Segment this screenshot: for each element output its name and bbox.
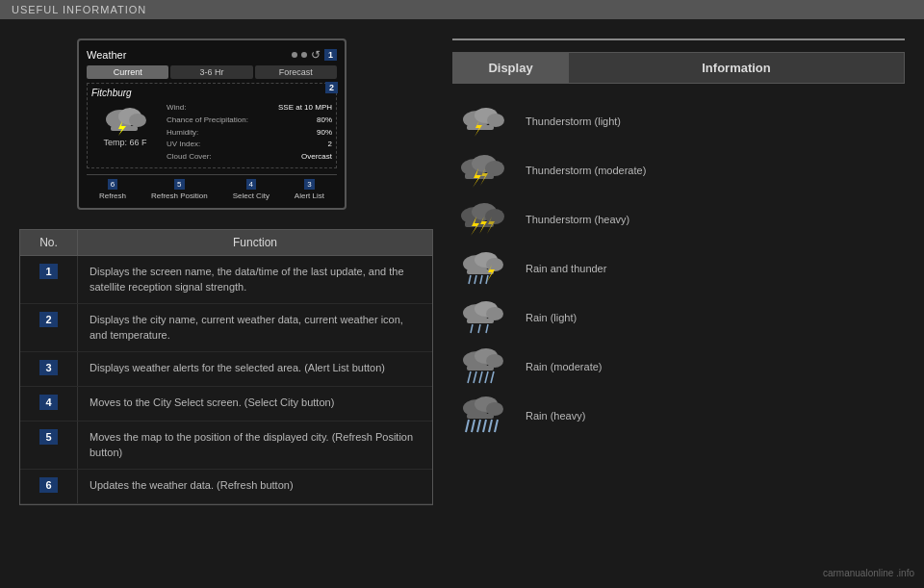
select-city-btn[interactable]: Select City	[233, 192, 270, 200]
row-badge-5: 5	[39, 429, 57, 445]
svg-rect-42	[467, 366, 494, 371]
svg-line-38	[486, 324, 488, 333]
svg-point-2	[129, 114, 146, 127]
signal-icon	[292, 52, 297, 58]
svg-line-46	[485, 371, 488, 383]
row-text-5: Moves the map to the position of the dis…	[78, 422, 432, 469]
svg-line-53	[472, 420, 475, 432]
tab-current[interactable]: Current	[87, 65, 168, 79]
row-text-4: Moves to the City Select screen. (Select…	[78, 387, 432, 421]
svg-point-50	[486, 402, 503, 416]
badge-3: 3	[304, 179, 314, 190]
svg-line-47	[491, 371, 494, 383]
weather-temp: Temp: 66 F	[103, 138, 146, 147]
svg-line-43	[468, 371, 471, 383]
badge-4: 4	[246, 179, 256, 190]
svg-point-7	[487, 114, 504, 127]
weather-icon-item: Rain (light)	[452, 295, 905, 339]
row-badge-6: 6	[39, 477, 57, 493]
weather-icon-item: Rain and thunder	[452, 246, 905, 290]
badge-5: 5	[174, 179, 184, 190]
icon-thunderstorm-light	[452, 99, 510, 142]
refresh-position-btn[interactable]: Refresh Position	[151, 192, 208, 200]
weather-info-text-7: Rain (heavy)	[526, 410, 905, 422]
svg-line-52	[466, 420, 469, 432]
svg-point-25	[486, 258, 503, 271]
svg-line-56	[489, 420, 492, 432]
col-header-function: Function	[78, 230, 432, 255]
badge-2: 2	[325, 82, 338, 93]
icon-rain-moderate	[452, 345, 510, 388]
section-divider	[452, 38, 905, 40]
icon-rain-heavy	[452, 394, 510, 437]
icon-thunderstorm-heavy	[452, 197, 510, 241]
weather-details: Wind:SSE at 10 MPH Chance of Precipitati…	[167, 102, 332, 164]
header-title: USEFUL INFORMATION	[12, 4, 146, 15]
svg-line-28	[475, 275, 476, 284]
svg-rect-35	[467, 319, 494, 323]
weather-screen: Weather ↺ 1 Current 3-6 Hr Forecast Fitc…	[77, 38, 346, 210]
svg-line-29	[480, 275, 482, 284]
table-row: 5 Moves the map to the position of the d…	[20, 422, 432, 470]
weather-info-text-4: Rain and thunder	[526, 263, 905, 274]
row-badge-2: 2	[39, 312, 57, 327]
watermark: carmanualonline .info	[823, 568, 914, 578]
function-table: No. Function 1 Displays the screen name,…	[19, 229, 433, 505]
badge-1: 1	[324, 49, 337, 61]
weather-info-text-2: Thunderstorm (moderate)	[526, 165, 905, 176]
svg-line-30	[486, 275, 488, 284]
tab-3-6hr[interactable]: 3-6 Hr	[170, 65, 252, 79]
table-row: 6 Updates the weather data. (Refresh but…	[20, 470, 432, 504]
svg-line-37	[478, 324, 480, 333]
weather-screen-title: Weather	[87, 49, 126, 61]
weather-icon-item: Rain (moderate)	[452, 345, 905, 388]
table-row: 4 Moves to the City Select screen. (Sele…	[20, 387, 432, 422]
svg-line-57	[495, 420, 498, 432]
weather-icons-list: Thunderstorm (light) Thunderstorm (moder…	[452, 99, 905, 437]
svg-point-34	[486, 307, 503, 320]
svg-line-54	[477, 420, 480, 432]
col-header-no: No.	[20, 230, 78, 255]
weather-icon-current	[101, 102, 149, 136]
right-panel: Display Information	[452, 38, 905, 505]
weather-info-text-1: Thunderstorm (light)	[526, 115, 905, 127]
tab-forecast[interactable]: Forecast	[255, 65, 337, 79]
row-badge-4: 4	[39, 395, 57, 410]
weather-info-text-3: Thunderstorm (heavy)	[526, 214, 905, 225]
weather-icon-item: Rain (heavy)	[452, 394, 905, 437]
col-information: Information	[569, 53, 905, 84]
left-panel: Weather ↺ 1 Current 3-6 Hr Forecast Fitc…	[19, 38, 433, 505]
back-arrow-icon[interactable]: ↺	[311, 48, 321, 62]
signal-icon2	[301, 52, 307, 58]
weather-icon-item: Thunderstorm (light)	[452, 99, 905, 142]
row-text-1: Displays the screen name, the data/time …	[78, 256, 432, 303]
weather-info-text-6: Rain (moderate)	[526, 361, 905, 372]
row-text-6: Updates the weather data. (Refresh butto…	[78, 470, 432, 503]
table-row: 3 Displays weather alerts for the select…	[20, 352, 432, 387]
row-text-2: Displays the city name, current weather …	[78, 304, 432, 351]
svg-line-36	[471, 324, 473, 333]
weather-info-text-5: Rain (light)	[526, 312, 905, 323]
col-display: Display	[453, 53, 569, 84]
table-row: 1 Displays the screen name, the data/tim…	[20, 256, 432, 304]
row-badge-1: 1	[39, 264, 57, 279]
badge-6: 6	[108, 179, 117, 190]
table-row: 2 Displays the city name, current weathe…	[20, 304, 432, 352]
weather-icon-item: Thunderstorm (moderate)	[452, 148, 905, 192]
svg-line-27	[469, 275, 471, 284]
page-header: USEFUL INFORMATION	[0, 0, 924, 19]
location-name: Fitchburg	[91, 88, 132, 98]
icon-thunderstorm-moderate	[452, 148, 510, 192]
row-text-3: Displays weather alerts for the selected…	[78, 352, 432, 386]
svg-point-41	[486, 354, 503, 368]
icon-rain-light	[452, 295, 510, 339]
weather-icon-item: Thunderstorm (heavy)	[452, 197, 905, 241]
weather-tabs: Current 3-6 Hr Forecast	[87, 65, 337, 79]
info-table: Display Information	[452, 52, 905, 84]
alert-list-btn[interactable]: Alert List	[295, 192, 324, 200]
icon-rain-thunder	[452, 246, 510, 290]
refresh-btn[interactable]: Refresh	[99, 192, 126, 200]
svg-line-44	[474, 371, 476, 383]
weather-footer: 6 Refresh 5 Refresh Position 4 Select Ci…	[87, 174, 337, 200]
svg-line-55	[483, 420, 486, 432]
